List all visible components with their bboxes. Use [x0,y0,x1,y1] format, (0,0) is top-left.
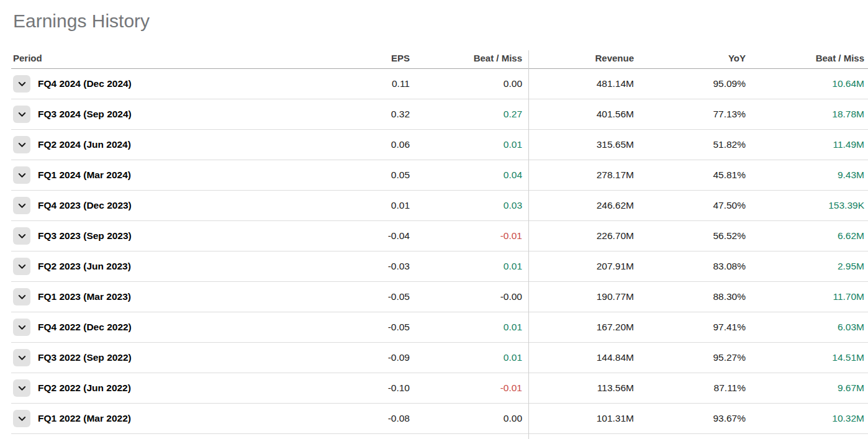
table-row: FQ1 2022 (Mar 2022) -0.08 0.00 101.31M 9… [11,404,868,434]
period-label: FQ4 2022 (Dec 2022) [38,322,132,333]
expand-row-button[interactable] [13,288,30,305]
column-header-yoy: YoY [634,53,746,63]
expand-row-button[interactable] [13,197,30,214]
revenue-value: 246.62M [528,200,634,211]
revenue-beat-miss-value: 6.62M [746,230,864,242]
period-cell: FQ4 2023 (Dec 2023) [13,197,298,214]
chevron-down-icon [17,232,27,241]
expand-row-button[interactable] [13,319,30,336]
period-cell: FQ1 2023 (Mar 2023) [13,288,298,305]
eps-beat-miss-value: 0.27 [410,109,528,120]
period-label: FQ3 2024 (Sep 2024) [38,109,132,120]
eps-value: -0.03 [298,261,410,272]
column-header-eps: EPS [298,53,410,63]
column-header-revenue: Revenue [528,53,634,63]
table-header-row: Period EPS Beat / Miss Revenue YoY Beat … [11,48,868,69]
period-label: FQ2 2023 (Jun 2023) [38,261,131,272]
eps-beat-miss-value: -0.01 [410,230,528,242]
eps-beat-miss-value: 0.04 [410,170,528,181]
period-label: FQ3 2022 (Sep 2022) [38,352,132,363]
yoy-value: 97.41% [634,322,746,333]
chevron-down-icon [17,201,27,210]
yoy-value: 77.13% [634,109,746,120]
period-label: FQ2 2022 (Jun 2022) [38,382,131,394]
chevron-down-icon [17,171,27,180]
expand-row-button[interactable] [13,136,30,153]
eps-beat-miss-value: -0.00 [410,291,528,302]
eps-value: -0.10 [298,382,410,394]
yoy-value: 93.67% [634,413,746,424]
chevron-down-icon [17,384,27,393]
table-row: FQ2 2024 (Jun 2024) 0.06 0.01 315.65M 51… [11,130,868,160]
eps-value: -0.05 [298,322,410,333]
partial-next-row [11,434,868,438]
table-row: FQ4 2024 (Dec 2024) 0.11 0.00 481.14M 95… [11,69,868,99]
revenue-value: 167.20M [528,322,634,333]
eps-value: 0.05 [298,170,410,181]
table-row: FQ1 2024 (Mar 2024) 0.05 0.04 278.17M 45… [11,160,868,191]
chevron-down-icon [17,414,27,423]
eps-value: 0.32 [298,109,410,120]
period-label: FQ2 2024 (Jun 2024) [38,139,131,150]
table-row: FQ3 2023 (Sep 2023) -0.04 -0.01 226.70M … [11,221,868,251]
period-cell: FQ2 2024 (Jun 2024) [13,136,298,153]
expand-row-button[interactable] [13,410,30,427]
chevron-down-icon [17,79,27,89]
expand-row-button[interactable] [13,258,30,275]
revenue-value: 113.56M [528,382,634,394]
revenue-value: 190.77M [528,291,634,302]
eps-value: -0.04 [298,230,410,242]
expand-row-button[interactable] [13,75,30,93]
yoy-value: 88.30% [634,291,746,302]
earnings-history-table: Period EPS Beat / Miss Revenue YoY Beat … [11,48,868,438]
eps-beat-miss-value: -0.01 [410,382,528,394]
period-label: FQ1 2024 (Mar 2024) [38,170,131,181]
period-cell: FQ2 2023 (Jun 2023) [13,258,298,275]
table-row: FQ1 2023 (Mar 2023) -0.05 -0.00 190.77M … [11,282,868,312]
eps-value: 0.01 [298,200,410,211]
table-row: FQ3 2024 (Sep 2024) 0.32 0.27 401.56M 77… [11,99,868,130]
period-label: FQ4 2024 (Dec 2024) [38,78,132,89]
revenue-value: 226.70M [528,230,634,242]
revenue-beat-miss-value: 2.95M [746,261,864,272]
revenue-value: 315.65M [528,139,634,150]
revenue-beat-miss-value: 18.78M [746,109,864,120]
eps-value: 0.11 [298,78,410,89]
chevron-down-icon [17,323,27,332]
chevron-down-icon [17,110,27,119]
period-label: FQ1 2023 (Mar 2023) [38,291,131,302]
chevron-down-icon [17,262,27,271]
eps-revenue-section-divider [528,50,529,439]
eps-beat-miss-value: 0.00 [410,413,528,424]
revenue-beat-miss-value: 10.64M [746,78,864,89]
period-cell: FQ3 2022 (Sep 2022) [13,349,298,366]
chevron-down-icon [17,140,27,150]
yoy-value: 45.81% [634,170,746,181]
expand-row-button[interactable] [13,166,30,184]
revenue-value: 144.84M [528,352,634,363]
expand-row-button[interactable] [13,349,30,366]
period-label: FQ1 2022 (Mar 2022) [38,413,131,424]
eps-beat-miss-value: 0.01 [410,261,528,272]
eps-value: -0.08 [298,413,410,424]
column-header-eps-beat-miss: Beat / Miss [410,53,528,63]
revenue-beat-miss-value: 153.39K [746,200,864,211]
period-cell: FQ4 2022 (Dec 2022) [13,319,298,336]
eps-value: -0.05 [298,291,410,302]
column-header-revenue-beat-miss: Beat / Miss [746,53,864,63]
expand-row-button[interactable] [13,106,30,123]
revenue-beat-miss-value: 6.03M [746,322,864,333]
yoy-value: 95.27% [634,352,746,363]
revenue-value: 101.31M [528,413,634,424]
revenue-value: 401.56M [528,109,634,120]
revenue-beat-miss-value: 9.43M [746,170,864,181]
earnings-history-page: Earnings History Period EPS Beat / Miss … [0,10,868,439]
period-cell: FQ3 2024 (Sep 2024) [13,106,298,123]
expand-row-button[interactable] [13,227,30,245]
table-body: FQ4 2024 (Dec 2024) 0.11 0.00 481.14M 95… [11,69,868,434]
revenue-beat-miss-value: 10.32M [746,413,864,424]
eps-value: -0.09 [298,352,410,363]
expand-row-button[interactable] [13,379,30,397]
period-label: FQ3 2023 (Sep 2023) [38,230,132,242]
period-label: FQ4 2023 (Dec 2023) [38,200,132,211]
